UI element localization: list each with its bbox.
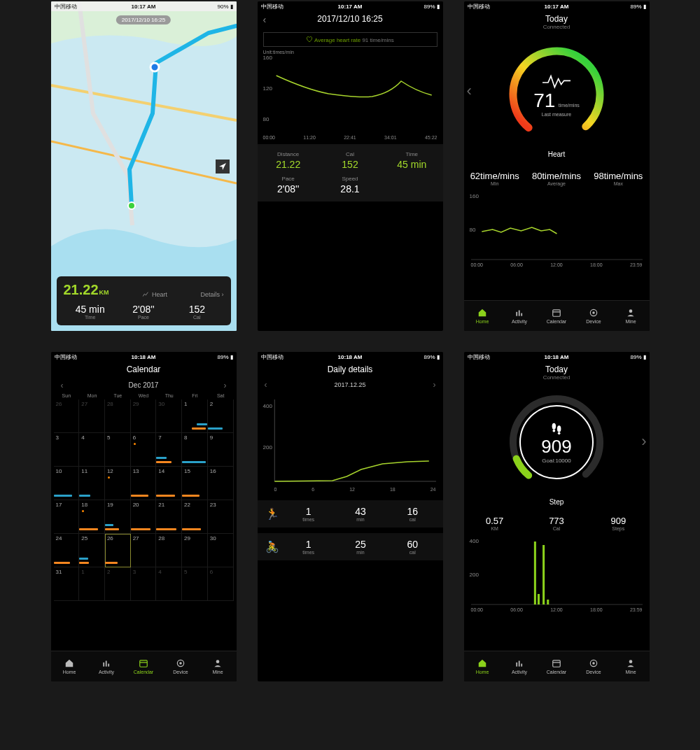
svg-rect-37 xyxy=(521,664,522,667)
screen-daily-details: 中国移动 10:18 AM 89%▮ Daily details ‹ 2017.… xyxy=(258,352,443,681)
calendar-day[interactable]: 6 xyxy=(208,567,234,601)
calendar-day[interactable]: 17 xyxy=(54,500,80,534)
next-day[interactable]: › xyxy=(433,380,436,390)
screen-map: 中国移动 10:17 AM 90%▮ 2017/12/10 16:25 21.2… xyxy=(51,1,237,331)
calendar-day[interactable]: 18 xyxy=(79,500,105,534)
calendar-day[interactable]: 4 xyxy=(156,567,182,601)
calendar-day[interactable]: 9 xyxy=(208,433,234,467)
calendar-day[interactable]: 27 xyxy=(131,534,157,567)
page-title: 2017/12/10 16:25 xyxy=(317,14,382,24)
svg-point-29 xyxy=(558,432,561,435)
locate-button[interactable] xyxy=(216,160,230,174)
calendar-day[interactable]: 5 xyxy=(105,433,131,467)
calendar-day[interactable]: 22 xyxy=(182,500,208,534)
tab-mine[interactable]: Mine xyxy=(200,651,237,681)
tab-home[interactable]: Home xyxy=(464,651,501,681)
page-title: Today xyxy=(464,365,650,374)
x-ticks: 00:0011:2022:4134:0145:22 xyxy=(263,135,438,140)
status-bar: 中国移动 10:17 AM 90%▮ xyxy=(51,1,237,11)
calendar-day[interactable]: 10 xyxy=(54,467,80,500)
tab-device[interactable]: Device xyxy=(162,651,200,681)
tab-mine[interactable]: Mine xyxy=(612,651,650,681)
calendar-day[interactable]: 14 xyxy=(156,467,182,500)
metrics-panel: Distance21.22 Cal152 Time45 min Pace2'08… xyxy=(258,144,443,201)
svg-point-1 xyxy=(128,202,135,209)
tab-device[interactable]: Device xyxy=(575,301,612,331)
tab-home[interactable]: Home xyxy=(51,651,88,681)
calendar-day[interactable]: 26 xyxy=(105,534,131,567)
back-button[interactable]: ‹ xyxy=(263,14,267,25)
tab-device[interactable]: Device xyxy=(575,651,612,681)
calendar-day[interactable]: 29 xyxy=(131,399,157,433)
calendar-day[interactable]: 2 xyxy=(208,399,234,433)
calendar-icon xyxy=(552,308,561,318)
calendar-day[interactable]: 21 xyxy=(156,500,182,534)
screen-hr-detail: 中国移动 10:17 AM 89%▮ ‹ 2017/12/10 16:25 Av… xyxy=(258,1,443,331)
calendar-day[interactable]: 8 xyxy=(182,433,208,467)
carrier: 中国移动 xyxy=(55,3,77,10)
next-month[interactable]: › xyxy=(224,381,227,390)
calendar-day[interactable]: 1 xyxy=(79,567,105,601)
tab-calendar[interactable]: Calendar xyxy=(538,651,575,681)
prev-arrow[interactable]: ‹ xyxy=(467,82,472,100)
calendar-day[interactable]: 16 xyxy=(208,467,234,500)
status-bar: 中国移动 10:18 AM 89%▮ xyxy=(464,352,650,362)
activity-run[interactable]: 🏃 1times 43min 16cal xyxy=(258,500,443,528)
tab-calendar[interactable]: Calendar xyxy=(538,301,575,331)
calendar-day[interactable]: 25 xyxy=(79,534,105,567)
calendar-day[interactable]: 7 xyxy=(156,433,182,467)
tab-activity[interactable]: Activity xyxy=(501,301,538,331)
calendar-day[interactable]: 4 xyxy=(79,433,105,467)
svg-point-26 xyxy=(552,423,556,430)
calendar-day[interactable]: 28 xyxy=(156,534,182,567)
calendar-day[interactable]: 28 xyxy=(105,399,131,433)
activity-bike[interactable]: 🚴 1times 25min 60cal xyxy=(258,533,443,560)
calendar-day[interactable]: 6 xyxy=(131,433,157,467)
tab-mine[interactable]: Mine xyxy=(612,301,650,331)
status-bar: 中国移动 10:18 AM 89%▮ xyxy=(51,352,237,362)
tab-bar: Home Activity Calendar Device Mine xyxy=(464,651,650,681)
calendar-day[interactable]: 23 xyxy=(208,500,234,534)
calendar-day[interactable]: 20 xyxy=(131,500,157,534)
clock: 10:17 AM xyxy=(338,3,363,10)
calendar-day[interactable]: 3 xyxy=(54,433,80,467)
tab-home[interactable]: Home xyxy=(464,301,501,331)
calendar-day[interactable]: 15 xyxy=(182,467,208,500)
calendar-day[interactable]: 11 xyxy=(79,467,105,500)
prev-day[interactable]: ‹ xyxy=(265,380,267,390)
calendar-day[interactable]: 29 xyxy=(182,534,208,567)
calendar-day[interactable]: 31 xyxy=(54,567,80,601)
tab-activity[interactable]: Activity xyxy=(88,651,125,681)
calendar-day[interactable]: 27 xyxy=(79,399,105,433)
status-bar: 中国移动 10:17 AM 89%▮ xyxy=(464,1,650,11)
status-bar: 中国移动 10:18 AM 89%▮ xyxy=(258,352,443,362)
tab-activity[interactable]: Activity xyxy=(501,651,538,681)
calendar-day[interactable]: 13 xyxy=(131,467,157,500)
calendar-day[interactable]: 30 xyxy=(156,399,182,433)
calendar-day[interactable]: 19 xyxy=(105,500,131,534)
date-label: 2017.12.25 xyxy=(334,381,365,388)
calendar-day[interactable]: 3 xyxy=(131,567,157,601)
svg-rect-8 xyxy=(553,310,561,316)
bike-icon: 🚴 xyxy=(262,540,283,553)
calendar-day[interactable]: 24 xyxy=(54,534,80,567)
step-gauge[interactable]: 909 Goal:10000 xyxy=(500,386,612,498)
tab-calendar[interactable]: Calendar xyxy=(125,651,162,681)
heart-gauge[interactable]: 71 time/mins Last measure xyxy=(500,38,612,150)
device-icon xyxy=(589,308,598,318)
page-title: Today xyxy=(464,14,650,24)
calendar-day[interactable]: 30 xyxy=(208,534,234,567)
calendar-day[interactable]: 2 xyxy=(105,567,131,601)
calendar-day[interactable]: 5 xyxy=(182,567,208,601)
svg-rect-32 xyxy=(537,594,539,604)
calendar-day[interactable]: 1 xyxy=(182,399,208,433)
calendar-day[interactable]: 26 xyxy=(54,399,80,433)
details-link[interactable]: Details › xyxy=(200,291,223,298)
heart-link[interactable]: Heart xyxy=(142,291,167,298)
prev-month[interactable]: ‹ xyxy=(61,381,64,390)
summary-card: 21.22KM Heart Details › 45 minTime 2'08'… xyxy=(57,276,231,325)
next-arrow[interactable]: › xyxy=(641,432,646,451)
svg-rect-13 xyxy=(103,663,104,667)
page-title: Daily details xyxy=(328,365,373,374)
calendar-day[interactable]: 12 xyxy=(105,467,131,500)
